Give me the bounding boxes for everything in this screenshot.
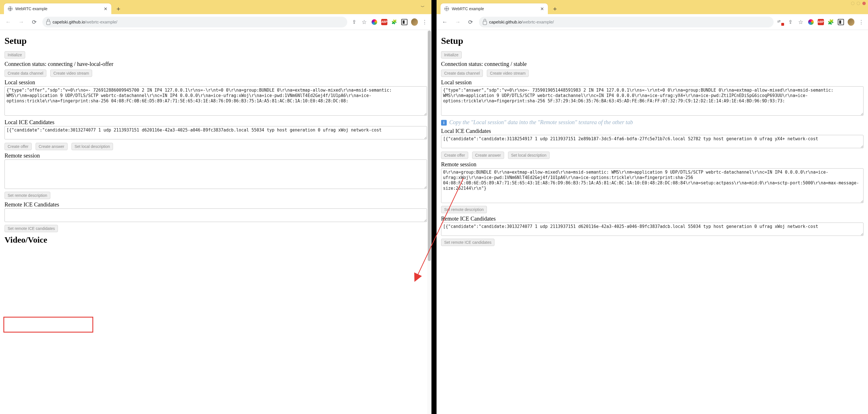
new-tab-button[interactable]: ＋ [114, 4, 123, 13]
lock-icon [483, 21, 487, 25]
profile-avatar[interactable] [411, 19, 418, 25]
back-button[interactable]: ← [3, 17, 13, 27]
remote-session-label: Remote session [4, 152, 427, 159]
address-bar[interactable]: capelski.github.io/webrtc-example/ [42, 17, 347, 27]
url-host: capelski.github.io [53, 20, 85, 24]
adblock-icon[interactable]: ABP [818, 19, 824, 25]
connection-status: Connection status: connecting / have-loc… [4, 61, 427, 67]
reload-button[interactable]: ⟳ [466, 17, 475, 27]
url-path: /webrtc-example/ [522, 20, 554, 24]
create-offer-button[interactable]: Create offer [441, 152, 468, 159]
create-data-channel-button[interactable]: Create data channel [4, 69, 46, 77]
local-ice-textarea[interactable] [4, 126, 427, 140]
local-session-label: Local session [441, 79, 864, 86]
left-pane: WebRTC example ✕ ＋ ﹀ ← → ⟳ capelski.gith… [0, 0, 431, 414]
create-video-stream-button[interactable]: Create video stream [50, 69, 92, 77]
set-remote-description-button[interactable]: Set remote description [441, 206, 487, 213]
menu-icon[interactable]: ⋮ [858, 19, 865, 25]
page-content: Setup Initialize Connection status: conn… [437, 30, 868, 250]
extension-rainbow-icon[interactable] [371, 19, 378, 25]
pane-divider [431, 0, 437, 414]
translate-error-icon[interactable] [777, 19, 784, 25]
copy-hint: i Copy the "Local session" data into the… [441, 119, 864, 125]
create-answer-button[interactable]: Create answer [472, 152, 504, 159]
create-data-channel-button[interactable]: Create data channel [441, 69, 483, 77]
set-remote-ice-button[interactable]: Set remote ICE candidates [4, 225, 58, 232]
connection-status: Connection status: connecting / stable [441, 61, 864, 67]
reading-list-icon[interactable] [837, 19, 844, 25]
right-pane: WebRTC example ✕ ＋ ← → ⟳ capelski.github… [437, 0, 868, 414]
remote-ice-label: Remote ICE Candidates [4, 201, 427, 208]
tabs-overflow-icon[interactable]: ﹀ [418, 3, 428, 11]
reading-list-icon[interactable] [401, 19, 408, 25]
browser-toolbar: ← → ⟳ capelski.github.io/webrtc-example/… [0, 14, 431, 30]
close-icon[interactable]: ✕ [104, 6, 107, 11]
info-icon: i [441, 120, 447, 125]
url-path: /webrtc-example/ [85, 20, 117, 24]
scrollbar[interactable] [427, 30, 431, 414]
forward-button[interactable]: → [453, 17, 463, 27]
create-offer-button[interactable]: Create offer [4, 143, 32, 150]
set-local-description-button[interactable]: Set local description [71, 143, 113, 150]
setup-heading: Setup [441, 36, 864, 46]
create-video-stream-button[interactable]: Create video stream [487, 69, 529, 77]
set-remote-ice-button[interactable]: Set remote ICE candidates [441, 239, 494, 246]
menu-icon[interactable]: ⋮ [421, 19, 428, 25]
video-voice-heading: Video/Voice [4, 235, 427, 245]
new-tab-button[interactable]: ＋ [551, 4, 559, 13]
bookmark-icon[interactable]: ☆ [361, 19, 368, 25]
extension-rainbow-icon[interactable] [808, 19, 814, 25]
remote-ice-textarea[interactable] [441, 223, 864, 236]
local-session-textarea[interactable] [4, 86, 427, 116]
reload-button[interactable]: ⟳ [29, 17, 39, 27]
browser-tab[interactable]: WebRTC example ✕ [4, 3, 111, 14]
remote-session-label: Remote session [441, 161, 864, 168]
profile-avatar[interactable] [848, 19, 855, 25]
lock-icon [46, 21, 50, 25]
share-icon[interactable]: ⇪ [351, 19, 358, 25]
set-local-description-button[interactable]: Set local description [508, 152, 550, 159]
browser-tab[interactable]: WebRTC example ✕ [440, 3, 548, 14]
setup-heading: Setup [4, 36, 427, 46]
local-ice-textarea[interactable] [441, 135, 864, 148]
extensions-icon[interactable]: 🧩 [391, 19, 398, 25]
window-controls[interactable] [851, 2, 866, 5]
share-icon[interactable]: ⇪ [787, 19, 794, 25]
remote-session-textarea[interactable] [4, 159, 427, 189]
initialize-button[interactable]: Initialize [4, 51, 25, 59]
forward-button[interactable]: → [17, 17, 26, 27]
address-bar[interactable]: capelski.github.io/webrtc-example/ [479, 17, 774, 27]
local-ice-label: Local ICE Candidates [441, 128, 864, 134]
tab-strip: WebRTC example ✕ ＋ ﹀ [0, 0, 431, 14]
bookmark-icon[interactable]: ☆ [797, 19, 804, 25]
page-content: Setup Initialize Connection status: conn… [0, 30, 431, 253]
tab-title: WebRTC example [15, 6, 48, 11]
browser-toolbar: ← → ⟳ capelski.github.io/webrtc-example/… [437, 14, 868, 30]
remote-session-textarea[interactable] [441, 168, 864, 203]
close-icon[interactable]: ✕ [540, 6, 544, 11]
initialize-button[interactable]: Initialize [441, 51, 462, 59]
local-session-textarea[interactable] [441, 86, 864, 116]
back-button[interactable]: ← [440, 17, 450, 27]
tab-title: WebRTC example [452, 6, 484, 11]
create-answer-button[interactable]: Create answer [36, 143, 67, 150]
local-ice-label: Local ICE Candidates [4, 119, 427, 125]
adblock-icon[interactable]: ABP [381, 19, 388, 25]
remote-ice-label: Remote ICE Candidates [441, 215, 864, 222]
url-host: capelski.github.io [489, 20, 522, 24]
set-remote-description-button[interactable]: Set remote description [4, 192, 50, 199]
globe-icon [444, 6, 449, 11]
local-session-label: Local session [4, 79, 427, 86]
globe-icon [8, 6, 12, 11]
remote-ice-textarea[interactable] [4, 208, 427, 222]
tab-strip: WebRTC example ✕ ＋ [437, 0, 868, 14]
extensions-icon[interactable]: 🧩 [827, 19, 834, 25]
